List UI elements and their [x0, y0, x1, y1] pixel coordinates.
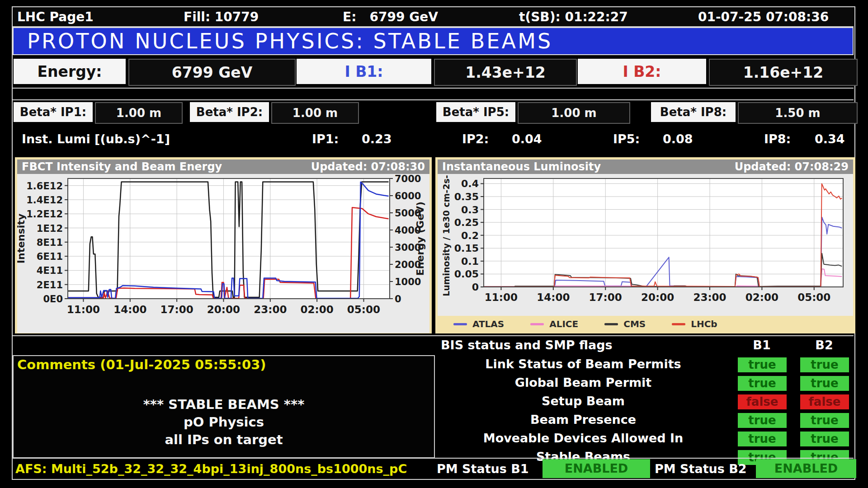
divider: [13, 335, 854, 336]
comments-box: Comments (01-Jul-2025 05:55:03) *** STAB…: [13, 355, 435, 458]
svg-text:0: 0: [472, 282, 479, 293]
legend-item-alice: ALICE: [530, 319, 578, 329]
lumi-ip2-label: IP2:: [462, 132, 489, 146]
lumi-ip5-label: IP5:: [613, 132, 640, 146]
legend-label: ALICE: [549, 319, 578, 329]
intensity-b1-value: 1.43e+12: [434, 59, 577, 86]
svg-text:0.2: 0.2: [461, 230, 479, 241]
beta-ip1-value: 1.00 m: [95, 102, 183, 124]
inst-lumi-row: Inst. Lumi [(ub.s)^-1] IP1: 0.23 IP2: 0.…: [0, 130, 868, 150]
fbct-chart-panel: FBCT Intensity and Beam Energy Updated: …: [15, 157, 432, 333]
beta-ip8-value: 1.50 m: [738, 102, 858, 124]
beam-energy-short: E: 6799 GeV: [343, 9, 438, 24]
svg-text:6000: 6000: [395, 191, 421, 202]
svg-text:11:00: 11:00: [67, 304, 100, 315]
energy-label: Energy:: [14, 59, 126, 84]
svg-text:14:00: 14:00: [113, 304, 146, 315]
status-badge: true: [800, 413, 849, 428]
status-badge: true: [800, 432, 849, 446]
fbct-chart-updated: Updated: 07:08:30: [311, 160, 425, 173]
status-badge: true: [738, 413, 787, 428]
beta-ip5-value: 1.00 m: [518, 102, 630, 124]
pm-status-b1-label: PM Status B1: [437, 462, 529, 476]
legend-label: LHCb: [691, 319, 717, 329]
lumi-legend: ATLASALICECMSLHCb: [435, 316, 855, 332]
svg-text:1.4E12: 1.4E12: [26, 195, 63, 206]
legend-dash-icon: [672, 323, 685, 325]
svg-text:20:00: 20:00: [641, 291, 674, 303]
legend-item-atlas: ATLAS: [453, 319, 504, 329]
datetime: 01-07-25 07:08:36: [698, 9, 829, 24]
lumi-chart-area: 00.050.10.150.20.250.30.350.411:0014:001…: [438, 174, 853, 316]
svg-text:1E12: 1E12: [37, 223, 63, 234]
status-badge: true: [738, 376, 787, 391]
svg-text:0: 0: [395, 294, 401, 305]
svg-text:1000: 1000: [395, 277, 421, 287]
lumi-ip1-label: IP1:: [312, 132, 339, 146]
fbct-chart-titlebar: FBCT Intensity and Beam Energy Updated: …: [17, 160, 429, 174]
svg-text:6E11: 6E11: [37, 251, 63, 262]
app-title: LHC Page1: [17, 9, 94, 24]
inst-lumi-label: Inst. Lumi [(ub.s)^-1]: [22, 132, 170, 146]
lumi-chart-panel: Instantaneous Luminosity Updated: 07:08:…: [435, 157, 855, 333]
status-badge: false: [800, 394, 849, 409]
lumi-ip1-value: 0.23: [362, 132, 392, 146]
svg-text:2E11: 2E11: [37, 280, 63, 291]
comments-line: all IPs on target: [14, 431, 434, 449]
legend-label: ATLAS: [472, 319, 504, 329]
svg-text:17:00: 17:00: [160, 304, 193, 315]
svg-text:05:00: 05:00: [347, 304, 380, 315]
bis-row-label: Beam Presence: [436, 413, 730, 427]
svg-text:0.35: 0.35: [454, 191, 479, 202]
beta-ip5-label: Beta* IP5:: [436, 102, 515, 122]
svg-text:Luminosity / 1e30 cm-2s-1: Luminosity / 1e30 cm-2s-1: [441, 174, 451, 296]
bis-row-label: Setup Beam: [436, 394, 730, 408]
svg-text:8E11: 8E11: [37, 237, 63, 248]
svg-text:0.3: 0.3: [461, 204, 479, 216]
svg-text:Energy (GeV): Energy (GeV): [415, 202, 426, 276]
comments-line: pO Physics: [14, 413, 434, 431]
svg-text:4E11: 4E11: [37, 265, 63, 276]
comments-line: *** STABLE BEAMS ***: [14, 396, 434, 413]
lumi-ip8-value: 0.34: [815, 132, 845, 146]
svg-text:0.25: 0.25: [454, 217, 479, 228]
fbct-chart-area: 0E02E114E116E118E111E121.2E121.4E121.6E1…: [17, 174, 429, 333]
bis-section-title: BIS status and SMP flags: [441, 338, 613, 352]
svg-text:11:00: 11:00: [485, 291, 518, 303]
svg-text:23:00: 23:00: [693, 291, 726, 303]
time-in-stable-beams: t(SB): 01:22:27: [519, 9, 628, 24]
comments-title: Comments (01-Jul-2025 05:55:03): [17, 357, 266, 372]
intensity-b2-value: 1.16e+12: [709, 59, 858, 86]
lumi-ip5-value: 0.08: [663, 132, 693, 146]
svg-text:0.05: 0.05: [454, 268, 479, 280]
lumi-ip8-label: IP8:: [764, 132, 791, 146]
fbct-chart-svg: 0E02E114E116E118E111E121.2E121.4E121.6E1…: [17, 174, 429, 331]
bis-b1-column-header: B1: [748, 338, 775, 352]
afs-scheme: AFS: Multi_52b_32_32_32_4bpi_13inj_800ns…: [15, 462, 407, 476]
divider: [13, 88, 854, 89]
beta-ip1-label: Beta* IP1:: [14, 102, 93, 122]
mode-banner-title: PROTON NUCLEUS PHYSICS: STABLE BEAMS: [14, 29, 552, 53]
status-badge: true: [738, 357, 787, 372]
beta-ip2-label: Beta* IP2:: [190, 102, 269, 122]
intensity-b1-label: I B1:: [297, 59, 431, 84]
legend-label: CMS: [623, 319, 646, 329]
bis-row: Link Status of Beam Permits true true: [436, 357, 856, 373]
status-badge: true: [738, 432, 787, 446]
bottom-status-bar: AFS: Multi_52b_32_32_32_4bpi_13inj_800ns…: [13, 459, 854, 478]
svg-text:23:00: 23:00: [254, 304, 287, 315]
bis-b2-column-header: B2: [811, 338, 838, 352]
legend-item-cms: CMS: [604, 319, 646, 329]
divider: [13, 458, 854, 459]
bis-row-label: Moveable Devices Allowed In: [436, 431, 730, 445]
pm-status-b2-label: PM Status B2: [655, 462, 747, 476]
svg-text:0.15: 0.15: [454, 243, 479, 254]
lumi-chart-title: Instantaneous Luminosity: [442, 160, 601, 173]
top-status-bar: LHC Page1 Fill: 10779 E: 6799 GeV t(SB):…: [13, 7, 854, 27]
legend-dash-icon: [453, 323, 467, 325]
fbct-chart-title: FBCT Intensity and Beam Energy: [22, 160, 222, 173]
svg-text:1.6E12: 1.6E12: [26, 181, 63, 192]
legend-dash-icon: [604, 323, 618, 325]
status-badge: true: [800, 376, 849, 391]
svg-text:14:00: 14:00: [537, 291, 570, 303]
